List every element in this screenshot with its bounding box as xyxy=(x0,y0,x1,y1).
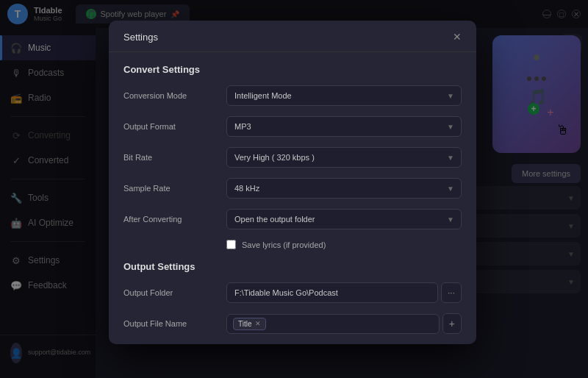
convert-settings-heading: Convert Settings xyxy=(123,64,462,75)
bit-rate-label: Bit Rate xyxy=(123,153,226,162)
output-folder-label: Output Folder xyxy=(123,288,226,297)
app-window: T TIdable Music Go 🎵 Spotify web player … xyxy=(0,0,588,378)
modal-overlay: Settings ✕ Convert Settings Conversion M… xyxy=(0,0,588,378)
output-folder-control: ··· xyxy=(226,282,462,303)
output-folder-input[interactable] xyxy=(226,282,438,303)
conversion-mode-row: Conversion Mode Intelligent Mode ▼ xyxy=(123,85,462,106)
output-format-select[interactable]: MP3 xyxy=(226,116,462,137)
after-converting-select[interactable]: Open the output folder xyxy=(226,209,462,229)
sample-rate-select[interactable]: 48 kHz xyxy=(226,178,462,199)
save-lyrics-row: Save lyrics (if provided) xyxy=(226,240,462,249)
sample-rate-label: Sample Rate xyxy=(123,184,226,193)
conversion-mode-control: Intelligent Mode ▼ xyxy=(226,85,462,106)
output-format-control: MP3 ▼ xyxy=(226,116,462,137)
sample-rate-control: 48 kHz ▼ xyxy=(226,178,462,199)
save-lyrics-label: Save lyrics (if provided) xyxy=(242,240,326,249)
browse-folder-button[interactable]: ··· xyxy=(441,282,462,303)
after-converting-control: Open the output folder ▼ xyxy=(226,209,462,229)
modal-title: Settings xyxy=(123,32,158,43)
output-format-row: Output Format MP3 ▼ xyxy=(123,116,462,137)
output-filename-label: Output File Name xyxy=(123,319,226,328)
bit-rate-control: Very High ( 320 kbps ) ▼ xyxy=(226,147,462,168)
tag-close-icon[interactable]: ✕ xyxy=(255,320,261,327)
filename-tag-title: Title ✕ xyxy=(233,318,266,330)
output-settings-heading: Output Settings xyxy=(123,261,462,272)
output-format-label: Output Format xyxy=(123,122,226,131)
bit-rate-row: Bit Rate Very High ( 320 kbps ) ▼ xyxy=(123,147,462,168)
modal-header: Settings ✕ xyxy=(109,21,476,52)
conversion-mode-select[interactable]: Intelligent Mode xyxy=(226,85,462,106)
output-folder-row: Output Folder ··· xyxy=(123,282,462,303)
after-converting-row: After Converting Open the output folder … xyxy=(123,209,462,229)
output-filename-control: Title ✕ + xyxy=(226,313,462,334)
settings-modal: Settings ✕ Convert Settings Conversion M… xyxy=(109,21,476,344)
sample-rate-row: Sample Rate 48 kHz ▼ xyxy=(123,178,462,199)
after-converting-label: After Converting xyxy=(123,215,226,224)
modal-close-button[interactable]: ✕ xyxy=(453,31,462,43)
output-filename-row: Output File Name Title ✕ + xyxy=(123,313,462,334)
bit-rate-select[interactable]: Very High ( 320 kbps ) xyxy=(226,147,462,168)
filename-tags-container[interactable]: Title ✕ xyxy=(226,314,440,334)
save-lyrics-checkbox[interactable] xyxy=(226,240,236,249)
modal-body: Convert Settings Conversion Mode Intelli… xyxy=(109,52,476,344)
add-tag-button[interactable]: + xyxy=(442,313,462,334)
conversion-mode-label: Conversion Mode xyxy=(123,91,226,100)
